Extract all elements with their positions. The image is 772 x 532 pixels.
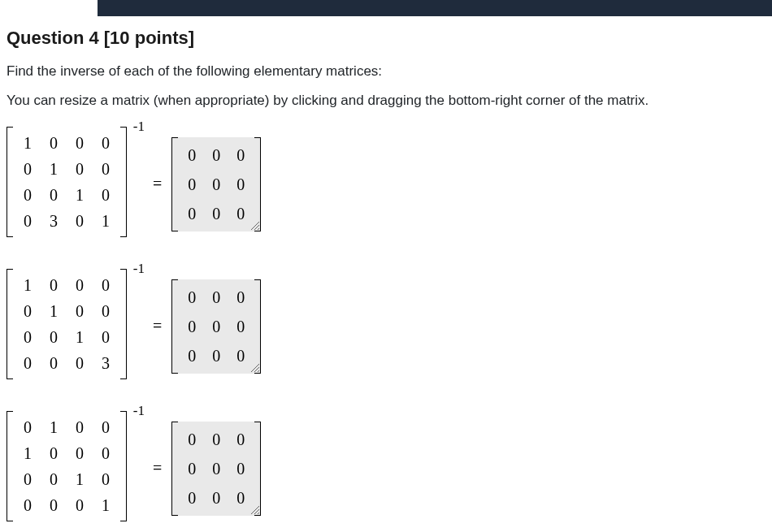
matrix-cell: 0 <box>67 130 93 156</box>
matrix-cell: 1 <box>15 440 41 466</box>
matrix-cell: 1 <box>93 208 119 234</box>
matrix-cell: 0 <box>93 440 119 466</box>
question-prompt: Find the inverse of each of the followin… <box>7 63 765 80</box>
given-matrix-wrapper: 1000010000100301-1 <box>7 127 127 241</box>
matrix-cell: 3 <box>93 350 119 376</box>
matrix-cell: 0 <box>93 272 119 298</box>
problem-row-2: 1000010000100003-1=000000000 <box>7 269 765 383</box>
answer-matrix-cell[interactable]: 0 <box>180 312 204 341</box>
matrix-cell: 0 <box>15 492 41 518</box>
matrix-cell: 0 <box>15 298 41 324</box>
answer-matrix[interactable]: 000000000 <box>171 137 261 231</box>
answer-matrix-cell[interactable]: 0 <box>228 312 253 341</box>
matrix-cell: 0 <box>93 466 119 492</box>
matrix-cell: 1 <box>67 466 93 492</box>
answer-matrix-cell[interactable]: 0 <box>180 483 204 513</box>
matrix-cell: 1 <box>15 130 41 156</box>
given-matrix: 1000010000100003 <box>7 269 127 379</box>
matrix-cell: 0 <box>15 350 41 376</box>
matrix-cell: 0 <box>41 324 67 350</box>
matrix-cell: 1 <box>41 298 67 324</box>
matrix-cell: 0 <box>15 208 41 234</box>
answer-matrix-cell[interactable]: 0 <box>180 199 204 228</box>
matrix-cell: 0 <box>93 298 119 324</box>
matrix-cell: 0 <box>41 492 67 518</box>
answer-matrix-cell[interactable]: 0 <box>180 425 204 454</box>
matrix-cell: 0 <box>67 298 93 324</box>
matrix-cell: 3 <box>41 208 67 234</box>
resize-handle-icon[interactable] <box>251 222 259 230</box>
given-matrix: 0100100000100001 <box>7 411 127 521</box>
matrix-cell: 1 <box>67 182 93 208</box>
answer-matrix-cell[interactable]: 0 <box>204 425 228 454</box>
matrix-cell: 1 <box>67 324 93 350</box>
answer-matrix-cell[interactable]: 0 <box>180 341 204 370</box>
answer-matrix-cell[interactable]: 0 <box>204 341 228 370</box>
matrix-cell: 0 <box>67 156 93 182</box>
answer-matrix-cell[interactable]: 0 <box>204 454 228 483</box>
answer-matrix-cell[interactable]: 0 <box>180 454 204 483</box>
matrix-cell: 0 <box>93 130 119 156</box>
answer-matrix-cell[interactable]: 0 <box>204 170 228 199</box>
answer-matrix-cell[interactable]: 0 <box>204 283 228 312</box>
problems-container: 1000010000100301-1=000000000100001000010… <box>7 127 765 526</box>
answer-matrix-cell[interactable]: 0 <box>228 170 253 199</box>
matrix-cell: 0 <box>15 182 41 208</box>
matrix-cell: 0 <box>41 466 67 492</box>
matrix-cell: 0 <box>93 182 119 208</box>
matrix-cell: 0 <box>67 350 93 376</box>
matrix-cell: 1 <box>41 414 67 440</box>
answer-matrix-cell[interactable]: 0 <box>228 483 253 513</box>
inverse-exponent: -1 <box>133 119 145 135</box>
inverse-exponent: -1 <box>133 403 145 419</box>
answer-matrix-cell[interactable]: 0 <box>228 283 253 312</box>
matrix-cell: 0 <box>41 130 67 156</box>
matrix-cell: 0 <box>15 324 41 350</box>
matrix-cell: 1 <box>93 492 119 518</box>
question-hint: You can resize a matrix (when appropriat… <box>7 93 765 109</box>
answer-matrix-cell[interactable]: 0 <box>180 170 204 199</box>
answer-matrix-cell[interactable]: 0 <box>228 341 253 370</box>
answer-matrix[interactable]: 000000000 <box>171 279 261 374</box>
answer-matrix[interactable]: 000000000 <box>171 422 261 516</box>
matrix-cell: 0 <box>93 156 119 182</box>
answer-matrix-cell[interactable]: 0 <box>228 425 253 454</box>
header-bar <box>98 0 772 16</box>
question-content: Question 4 [10 points] Find the inverse … <box>0 28 772 532</box>
matrix-cell: 0 <box>15 156 41 182</box>
matrix-cell: 0 <box>41 272 67 298</box>
matrix-cell: 0 <box>67 414 93 440</box>
question-title: Question 4 [10 points] <box>7 28 765 49</box>
matrix-cell: 0 <box>67 440 93 466</box>
matrix-cell: 0 <box>67 492 93 518</box>
answer-matrix-cell[interactable]: 0 <box>204 141 228 170</box>
answer-matrix-cell[interactable]: 0 <box>204 199 228 228</box>
matrix-cell: 0 <box>93 414 119 440</box>
matrix-cell: 0 <box>67 208 93 234</box>
problem-row-3: 0100100000100001-1=000000000 <box>7 411 765 526</box>
answer-matrix-cell[interactable]: 0 <box>204 312 228 341</box>
matrix-cell: 0 <box>15 466 41 492</box>
answer-matrix-cell[interactable]: 0 <box>180 141 204 170</box>
answer-matrix-cell[interactable]: 0 <box>204 483 228 513</box>
resize-handle-icon[interactable] <box>251 506 259 514</box>
matrix-cell: 1 <box>15 272 41 298</box>
answer-matrix-cell[interactable]: 0 <box>180 283 204 312</box>
equals-sign: = <box>153 175 162 193</box>
answer-matrix-cell[interactable]: 0 <box>228 199 253 228</box>
answer-matrix-cell[interactable]: 0 <box>228 141 253 170</box>
resize-handle-icon[interactable] <box>251 364 259 372</box>
given-matrix-wrapper: 1000010000100003-1 <box>7 269 127 383</box>
equals-sign: = <box>153 317 162 335</box>
problem-row-1: 1000010000100301-1=000000000 <box>7 127 765 241</box>
matrix-cell: 0 <box>15 414 41 440</box>
matrix-cell: 0 <box>41 350 67 376</box>
matrix-cell: 0 <box>41 182 67 208</box>
matrix-cell: 0 <box>41 440 67 466</box>
matrix-cell: 0 <box>93 324 119 350</box>
equals-sign: = <box>153 459 162 478</box>
given-matrix: 1000010000100301 <box>7 127 127 237</box>
inverse-exponent: -1 <box>133 261 145 277</box>
matrix-cell: 1 <box>41 156 67 182</box>
answer-matrix-cell[interactable]: 0 <box>228 454 253 483</box>
